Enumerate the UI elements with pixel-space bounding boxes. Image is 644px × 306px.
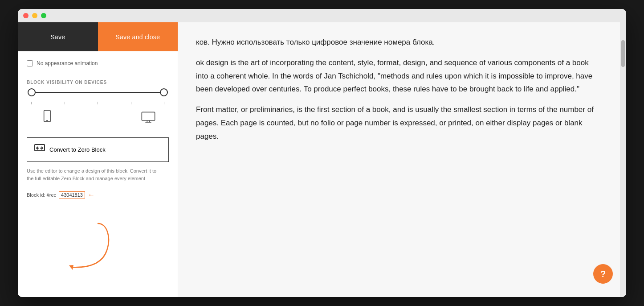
minimize-button[interactable] [32,13,37,18]
sidebar-content: No appearance animation BLOCK VISIBILITY… [18,51,178,297]
svg-rect-2 [142,112,155,120]
sidebar: Save Save and close No appearance animat… [18,22,178,297]
tick-4 [131,102,131,104]
app-body: Save Save and close No appearance animat… [18,22,626,297]
fullscreen-button[interactable] [41,13,46,18]
svg-rect-0 [44,110,51,121]
paragraph-1: ков. Нужно использовать только цифровое … [196,36,597,49]
app-window: Save Save and close No appearance animat… [18,9,626,297]
animation-checkbox-label: No appearance animation [37,60,98,66]
slider-ticks [27,102,169,104]
block-id-row: Block id: #rec43041813 ← [27,191,169,199]
convert-description: Use the editor to change a design of thi… [27,167,169,182]
mobile-svg [40,110,54,124]
visibility-section-title: BLOCK VISIBILITY ON DEVICES [27,80,169,85]
block-id-prefix: Block id: #rec [27,192,56,198]
desktop-svg [141,110,155,124]
tick-5 [164,102,164,104]
animation-checkbox-row: No appearance animation [27,60,169,66]
tick-1 [31,102,32,104]
visibility-slider-track[interactable] [31,92,164,93]
paragraph-3: Front matter, or preliminaries, is the f… [196,103,597,143]
tick-3 [98,102,98,104]
sidebar-header: Save Save and close [18,22,178,51]
convert-button-label: Convert to Zero Block [49,146,106,153]
block-id-value: 43041813 [59,191,85,198]
convert-icon [34,144,45,155]
desktop-icon [141,110,155,124]
device-icons [27,110,169,124]
slider-thumb-left[interactable] [28,88,36,96]
main-content: ков. Нужно использовать только цифровое … [178,22,626,297]
convert-to-zero-block-button[interactable]: Convert to Zero Block [27,137,169,162]
animation-checkbox[interactable] [27,60,33,66]
convert-svg [34,144,45,153]
svg-rect-6 [35,145,45,151]
tick-2 [65,102,65,104]
visibility-section: BLOCK VISIBILITY ON DEVICES [27,80,169,124]
arrow-indicator: ← [88,191,95,199]
scrollbar-thumb [621,40,625,67]
save-and-close-button[interactable]: Save and close [98,22,178,51]
close-button[interactable] [23,13,29,18]
slider-thumb-right[interactable] [160,88,168,96]
main-text: ков. Нужно использовать только цифровое … [196,36,597,143]
titlebar [18,9,626,22]
help-button[interactable]: ? [593,264,613,284]
mobile-icon [40,110,54,124]
scrollbar[interactable] [620,22,626,297]
paragraph-2: ok design is the art of incorporating th… [196,56,597,96]
save-button[interactable]: Save [18,22,98,51]
